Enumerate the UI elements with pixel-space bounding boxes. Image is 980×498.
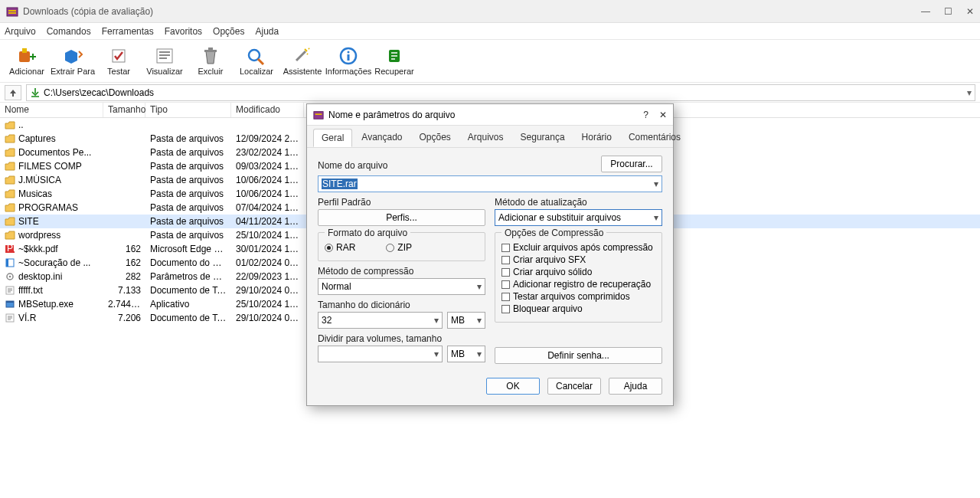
filename-dropdown-icon[interactable]: ▾ bbox=[654, 179, 658, 189]
format-fieldset: Formato do arquivo RAR ZIP bbox=[318, 232, 485, 261]
menubar: ArquivoComandosFerramentasFavoritosOpçõe… bbox=[0, 23, 980, 40]
menu-favoritos[interactable]: Favoritos bbox=[165, 26, 202, 37]
check-5[interactable]: Bloquear arquivo bbox=[501, 303, 655, 314]
col-nome[interactable]: Nome bbox=[0, 103, 103, 117]
format-legend: Formato do arquivo bbox=[325, 228, 410, 238]
folder-icon bbox=[5, 162, 15, 171]
check-4[interactable]: Testar arquivos comprimidos bbox=[501, 291, 655, 302]
menu-arquivo[interactable]: Arquivo bbox=[5, 26, 36, 37]
svg-rect-27 bbox=[6, 301, 14, 303]
svg-point-24 bbox=[9, 276, 11, 278]
filename-input[interactable]: SITE.rar ▾ bbox=[318, 175, 662, 192]
svg-rect-30 bbox=[315, 113, 322, 115]
toolbar-extract[interactable]: Extrair Para bbox=[51, 41, 95, 81]
svg-rect-3 bbox=[19, 51, 30, 62]
dict-select[interactable]: 32▾ bbox=[318, 312, 443, 329]
tab-comentários[interactable]: Comentários bbox=[621, 129, 688, 147]
menu-ajuda[interactable]: Ajuda bbox=[255, 26, 279, 37]
dialog-close-icon[interactable]: ✕ bbox=[659, 110, 667, 120]
split-select[interactable]: ▾ bbox=[318, 346, 443, 362]
dialog-titlebar: Nome e parâmetros do arquivo ? ✕ bbox=[307, 104, 673, 126]
col-tamanho[interactable]: Tamanho bbox=[103, 103, 145, 117]
tab-opções[interactable]: Opções bbox=[412, 129, 459, 147]
svg-rect-2 bbox=[8, 12, 16, 14]
ok-button[interactable]: OK bbox=[486, 378, 540, 395]
comp-method-label: Método de compressão bbox=[318, 266, 485, 277]
folder-icon bbox=[5, 134, 15, 143]
exe-icon bbox=[5, 300, 15, 309]
menu-ferramentas[interactable]: Ferramentas bbox=[102, 26, 154, 37]
comp-method-select[interactable]: Normal▾ bbox=[318, 278, 485, 295]
toolbar-view[interactable]: Visualizar bbox=[142, 41, 187, 81]
tab-horário[interactable]: Horário bbox=[574, 129, 619, 147]
tab-arquivos[interactable]: Arquivos bbox=[460, 129, 511, 147]
browse-button[interactable]: Procurar... bbox=[601, 156, 662, 172]
check-3[interactable]: Adicionar registro de recuperação bbox=[501, 279, 655, 290]
toolbar-repair[interactable]: Recuperar bbox=[372, 41, 416, 81]
upd-select[interactable]: Adicionar e substituir arquivos▾ bbox=[495, 209, 662, 226]
svg-rect-6 bbox=[32, 54, 34, 60]
wizard-icon bbox=[292, 47, 313, 65]
svg-text:PDF: PDF bbox=[7, 244, 15, 254]
svg-rect-1 bbox=[8, 10, 16, 11]
check-1[interactable]: Criar arquivo SFX bbox=[501, 254, 655, 265]
radio-rar[interactable]: RAR bbox=[325, 242, 355, 253]
archive-dialog: Nome e parâmetros do arquivo ? ✕ GeralAv… bbox=[306, 103, 674, 406]
path-dropdown-icon[interactable]: ▾ bbox=[961, 87, 972, 98]
pathbar: C:\Users\zecac\Downloads ▾ bbox=[0, 83, 980, 103]
toolbar-add[interactable]: Adicionar bbox=[5, 41, 49, 81]
folder-icon bbox=[5, 175, 15, 185]
dialog-help-icon[interactable]: ? bbox=[643, 110, 648, 120]
close-button[interactable]: ✕ bbox=[966, 6, 974, 17]
profiles-button[interactable]: Perfis... bbox=[318, 209, 485, 226]
up-icon bbox=[5, 120, 15, 129]
help-button[interactable]: Ajuda bbox=[609, 378, 662, 395]
set-password-button[interactable]: Definir senha... bbox=[495, 347, 662, 364]
svg-rect-17 bbox=[348, 54, 350, 61]
minimize-button[interactable]: — bbox=[921, 6, 930, 17]
split-unit-select[interactable]: MB▾ bbox=[447, 346, 485, 362]
app-icon bbox=[6, 5, 18, 18]
toolbar: AdicionarExtrair ParaTestarVisualizarExc… bbox=[0, 40, 980, 83]
filename-value: SITE.rar bbox=[322, 179, 358, 189]
tab-geral[interactable]: Geral bbox=[313, 129, 352, 147]
check-0[interactable]: Excluir arquivos após compressão bbox=[501, 242, 655, 253]
toolbar-test[interactable]: Testar bbox=[96, 41, 141, 81]
maximize-button[interactable]: ☐ bbox=[944, 6, 952, 17]
svg-point-14 bbox=[249, 50, 260, 61]
svg-rect-13 bbox=[208, 48, 213, 50]
test-icon bbox=[108, 47, 129, 65]
svg-rect-11 bbox=[159, 57, 167, 59]
folder-icon bbox=[5, 231, 15, 240]
upd-label: Método de atualização bbox=[495, 197, 662, 208]
cancel-button[interactable]: Cancelar bbox=[547, 378, 601, 395]
toolbar-wizard[interactable]: Assistente bbox=[280, 41, 325, 81]
find-icon bbox=[246, 47, 267, 65]
col-tipo[interactable]: Tipo bbox=[145, 103, 231, 117]
dialog-tabs: GeralAvançadoOpçõesArquivosSegurançaHorá… bbox=[307, 126, 673, 148]
svg-rect-0 bbox=[7, 8, 18, 16]
titlebar: Downloads (cópia de avaliação) — ☐ ✕ bbox=[0, 0, 980, 23]
ini-icon bbox=[5, 272, 15, 281]
radio-zip[interactable]: ZIP bbox=[386, 242, 412, 253]
menu-comandos[interactable]: Comandos bbox=[47, 26, 91, 37]
toolbar-info[interactable]: Informações bbox=[326, 41, 371, 81]
folder-icon bbox=[5, 203, 15, 212]
folder-icon bbox=[5, 148, 15, 157]
profile-label: Perfil Padrão bbox=[318, 197, 485, 208]
split-label: Dividir para volumes, tamanho bbox=[318, 333, 485, 344]
menu-opções[interactable]: Opções bbox=[213, 26, 244, 37]
up-button[interactable] bbox=[5, 85, 21, 100]
tab-avançado[interactable]: Avançado bbox=[354, 129, 410, 147]
path-input[interactable]: C:\Users\zecac\Downloads ▾ bbox=[26, 84, 975, 101]
tab-segurança[interactable]: Segurança bbox=[513, 129, 573, 147]
comp-options-legend: Opções de Compressão bbox=[501, 228, 606, 238]
toolbar-delete[interactable]: Excluir bbox=[188, 41, 233, 81]
doc-icon bbox=[5, 258, 15, 267]
col-modificado[interactable]: Modificado bbox=[231, 103, 304, 117]
dict-unit-select[interactable]: MB▾ bbox=[447, 312, 485, 329]
check-2[interactable]: Criar arquivo sólido bbox=[501, 267, 655, 277]
svg-rect-29 bbox=[314, 111, 323, 119]
toolbar-find[interactable]: Localizar bbox=[234, 41, 279, 81]
dialog-title: Nome e parâmetros do arquivo bbox=[328, 110, 643, 120]
